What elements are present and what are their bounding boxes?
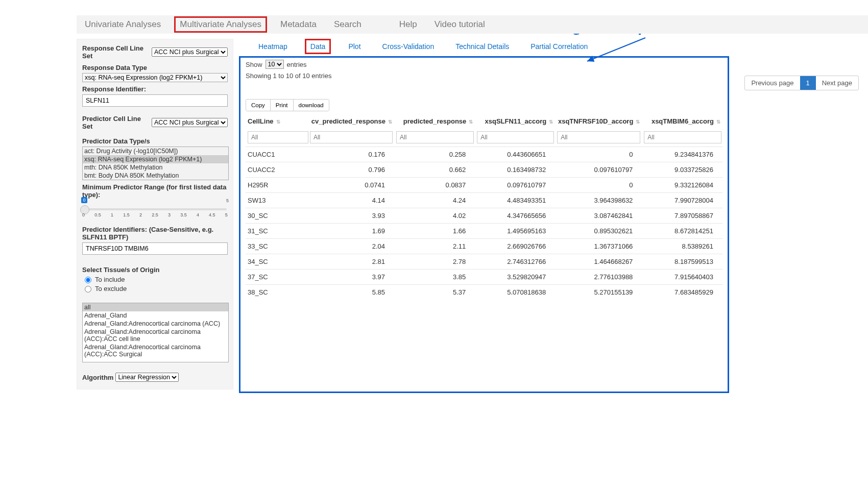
table-body: CUACC10.1760.2580.44360665109.234841376C…: [246, 147, 722, 300]
cell-cv_predicted_response: 2.81: [308, 254, 394, 270]
print-button[interactable]: Print: [271, 100, 294, 111]
cell-predicted_response: 3.85: [394, 270, 475, 285]
table-row: 31_SC1.691.661.4956951630.8953026218.672…: [246, 224, 722, 239]
sidebar: Response Cell Line Set ACC NCI plus Surg…: [77, 39, 233, 389]
cell-CellLine: SW13: [246, 193, 308, 208]
cell-cv_predicted_response: 0.796: [308, 162, 394, 178]
tab-partial-correlation[interactable]: Partial Correlation: [526, 40, 592, 53]
entries-select[interactable]: 10: [266, 60, 284, 69]
table-row: 34_SC2.812.782.7463127661.4646682678.187…: [246, 254, 722, 270]
tissue-option[interactable]: all: [83, 303, 228, 311]
filter-xsqTNFRSF10D_accorg[interactable]: [557, 131, 640, 143]
algorithm-label: Algorithm: [82, 374, 113, 381]
tissue-option[interactable]: Adrenal_Gland:Adrenocortical carcinoma (…: [83, 320, 228, 328]
cell-xsqTMBIM6_accorg: 7.897058867: [642, 208, 722, 224]
tissue-exclude-radio[interactable]: [85, 286, 91, 292]
tissue-option[interactable]: Adrenal_Gland:Adrenocortical carcinoma (…: [83, 343, 228, 358]
current-page[interactable]: 1: [800, 76, 816, 90]
cell-xsqTNFRSF10D_accorg: 0.097610797: [555, 162, 642, 178]
slider-tick: 1.5: [123, 212, 130, 217]
predictor-type-option[interactable]: mth: DNA 850K Methylation: [83, 163, 228, 172]
table-row: 38_SC5.855.375.0708186385.2701551397.683…: [246, 285, 722, 300]
cell-xsqTMBIM6_accorg: 9.033725826: [642, 162, 722, 178]
sort-icon: ⇅: [716, 119, 720, 125]
cell-predicted_response: 0.258: [394, 147, 475, 162]
cell-xsqSLFN11_accorg: 0.443606651: [475, 147, 555, 162]
predictor-type-option[interactable]: xsq: RNA-seq Expression (log2 FPKM+1): [83, 155, 228, 163]
cell-CellLine: 34_SC: [246, 254, 308, 270]
cell-predicted_response: 2.11: [394, 239, 475, 254]
cell-cv_predicted_response: 1.69: [308, 224, 394, 239]
col-CellLine[interactable]: CellLine⇅: [246, 114, 308, 128]
col-cv_predicted_response[interactable]: cv_predicted_response⇅: [308, 114, 394, 128]
sort-icon: ⇅: [549, 119, 553, 125]
tab-data[interactable]: Data: [305, 39, 331, 54]
slider-tick: 3: [168, 212, 171, 217]
cell-CellLine: 31_SC: [246, 224, 308, 239]
results-table: CellLine⇅cv_predicted_response⇅predicted…: [246, 114, 722, 300]
response-cellline-select[interactable]: ACC NCI plus Surgical: [152, 47, 228, 57]
tissue-option[interactable]: Adrenal_Gland: [83, 311, 228, 320]
cell-xsqTMBIM6_accorg: 7.990728004: [642, 193, 722, 208]
tab-heatmap[interactable]: Heatmap: [254, 40, 292, 53]
col-predicted_response[interactable]: predicted_response⇅: [394, 114, 475, 128]
table-info: Showing 1 to 10 of 10 entries: [246, 72, 722, 80]
predictor-type-option[interactable]: act: Drug Activity (-log10[IC50M]): [83, 147, 228, 155]
response-cellline-label: Response Cell Line Set: [82, 44, 150, 60]
algorithm-select[interactable]: Linear Regression: [115, 373, 179, 382]
nav-multivariate-analyses[interactable]: Multivariate Analyses: [174, 16, 267, 33]
tab-technical-details[interactable]: Technical Details: [451, 40, 513, 53]
response-datatype-select[interactable]: xsq: RNA-seq Expression (log2 FPKM+1): [82, 73, 228, 82]
nav-metadata[interactable]: Metadata: [276, 18, 321, 31]
download-button[interactable]: download: [294, 100, 329, 111]
predictor-type-option[interactable]: bmt: Body DNA 850K Methylation: [83, 172, 228, 180]
cell-xsqTMBIM6_accorg: 9.332126084: [642, 178, 722, 193]
cell-cv_predicted_response: 3.97: [308, 270, 394, 285]
response-identifier-input[interactable]: [82, 94, 228, 107]
predictor-datatypes-label: Predictor Data Type/s: [82, 137, 228, 145]
filter-CellLine[interactable]: [248, 131, 308, 143]
filter-predicted_response[interactable]: [396, 131, 474, 143]
filter-xsqSLFN11_accorg[interactable]: [477, 131, 554, 143]
tissue-label: Select Tissue/s of Origin: [82, 266, 228, 274]
copy-button[interactable]: Copy: [246, 100, 271, 111]
cell-cv_predicted_response: 2.04: [308, 239, 394, 254]
cell-xsqSLFN11_accorg: 3.529820947: [475, 270, 555, 285]
results-content: Show 10 entries Showing 1 to 10 of 10 en…: [239, 56, 729, 393]
cell-xsqTMBIM6_accorg: 8.187599513: [642, 254, 722, 270]
col-xsqTNFRSF10D_accorg[interactable]: xsqTNFRSF10D_accorg⇅: [555, 114, 642, 128]
nav-video-tutorial[interactable]: Video tutorial: [430, 18, 489, 31]
prev-page-button[interactable]: Previous page: [745, 76, 800, 90]
table-row: 33_SC2.042.112.6690267661.3673710668.538…: [246, 239, 722, 254]
cell-CellLine: 30_SC: [246, 208, 308, 224]
predictor-datatypes-listbox[interactable]: act: Drug Activity (-log10[IC50M])xsq: R…: [82, 147, 229, 180]
cell-xsqSLFN11_accorg: 1.495695163: [475, 224, 555, 239]
cell-CellLine: 38_SC: [246, 285, 308, 300]
nav-search[interactable]: Search: [330, 18, 366, 31]
cell-xsqTMBIM6_accorg: 8.672814251: [642, 224, 722, 239]
cell-xsqSLFN11_accorg: 4.483493351: [475, 193, 555, 208]
table-row: 37_SC3.973.853.5298209472.7761039887.915…: [246, 270, 722, 285]
min-range-label: Minimum Predictor Range (for first liste…: [82, 183, 228, 199]
filter-cv_predicted_response[interactable]: [310, 131, 393, 143]
tissue-include-radio[interactable]: [85, 277, 91, 283]
tab-cross-validation[interactable]: Cross-Validation: [378, 40, 439, 53]
col-xsqTMBIM6_accorg[interactable]: xsqTMBIM6_accorg⇅: [642, 114, 722, 128]
cell-xsqSLFN11_accorg: 0.097610797: [475, 178, 555, 193]
tissue-listbox[interactable]: allAdrenal_GlandAdrenal_Gland:Adrenocort…: [82, 303, 229, 362]
cell-cv_predicted_response: 3.93: [308, 208, 394, 224]
cell-cv_predicted_response: 0.176: [308, 147, 394, 162]
col-xsqSLFN11_accorg[interactable]: xsqSLFN11_accorg⇅: [475, 114, 555, 128]
cell-xsqSLFN11_accorg: 2.669026766: [475, 239, 555, 254]
tab-plot[interactable]: Plot: [344, 40, 365, 53]
nav-help[interactable]: Help: [395, 18, 421, 31]
predictor-ids-input[interactable]: [82, 242, 228, 255]
nav-univariate-analyses[interactable]: Univariate Analyses: [81, 18, 165, 31]
cell-predicted_response: 5.37: [394, 285, 475, 300]
cell-xsqSLFN11_accorg: 5.070818638: [475, 285, 555, 300]
predictor-cellline-select[interactable]: ACC NCI plus Surgical: [152, 118, 228, 127]
filter-xsqTMBIM6_accorg[interactable]: [644, 131, 721, 143]
tissue-option[interactable]: Adrenal_Gland:Adrenocortical carcinoma (…: [83, 328, 228, 343]
min-range-slider[interactable]: 0 5 00.511.522.533.544.55: [82, 200, 228, 223]
next-page-button[interactable]: Next page: [816, 76, 858, 90]
